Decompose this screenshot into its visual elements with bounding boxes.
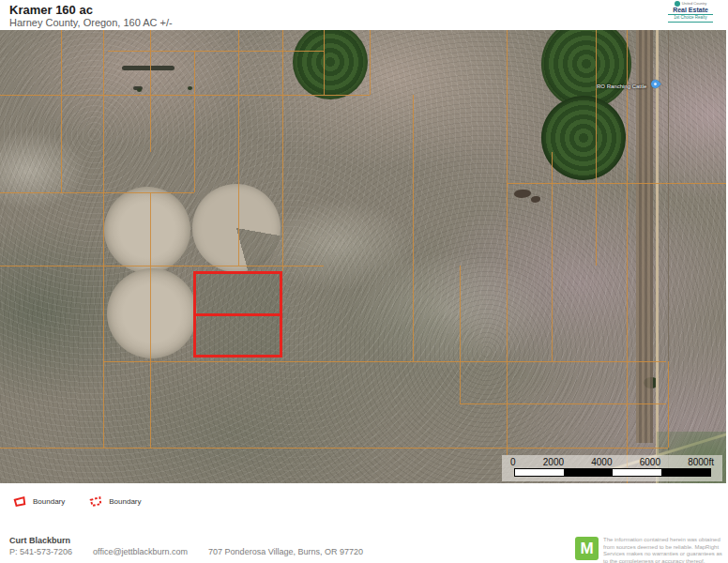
pivot-circle-tan-2 bbox=[107, 268, 197, 358]
brokerage-logo: United Country Real Estate 1st Choice Re… bbox=[668, 1, 713, 23]
agent-name: Curt Blackburn bbox=[9, 536, 70, 545]
footer: Curt Blackburn P: 541-573-7206 office@je… bbox=[0, 531, 728, 563]
parcel-line bbox=[61, 30, 62, 192]
parcel-line bbox=[150, 30, 151, 152]
pivot-circle-tan-1 bbox=[104, 187, 190, 273]
page-subtitle: Harney County, Oregon, 160 AC +/- bbox=[9, 17, 173, 28]
brand-line1: United Country bbox=[682, 2, 707, 6]
scale-bar: 0 2000 4000 6000 8000ft bbox=[502, 455, 722, 481]
parcel-line bbox=[103, 30, 104, 448]
parcel-line bbox=[238, 30, 239, 266]
lava-ridge bbox=[122, 66, 174, 70]
scale-tick-4000: 4000 bbox=[591, 457, 612, 467]
parcel-line bbox=[668, 361, 669, 448]
pivot-circle-partial bbox=[192, 184, 281, 272]
ranch-map-label: RO Ranching Cattle bbox=[597, 84, 646, 89]
parcel-line bbox=[460, 266, 461, 403]
mapright-logo: M bbox=[575, 537, 599, 560]
parcel-line bbox=[194, 51, 195, 192]
parcel-line bbox=[596, 30, 597, 266]
property-boundary-south bbox=[193, 313, 282, 358]
parcel-line bbox=[507, 30, 508, 455]
scale-tick-0: 0 bbox=[510, 457, 516, 467]
parcel-line bbox=[108, 51, 324, 52]
legend-item-boundary-dashed: Boundary bbox=[89, 495, 141, 508]
scale-tick-6000: 6000 bbox=[640, 457, 660, 467]
legend-item-boundary-solid: Boundary bbox=[13, 495, 65, 508]
parcel-line bbox=[507, 183, 726, 184]
header: Kramer 160 ac Harney County, Oregon, 160… bbox=[0, 0, 728, 30]
agent-address: 707 Ponderosa Village, Burns, OR 97720 bbox=[208, 547, 363, 556]
parcel-line bbox=[0, 192, 194, 193]
brand-line2: Real Estate bbox=[668, 7, 713, 15]
parcel-line bbox=[150, 192, 151, 448]
property-map-flyer: Kramer 160 ac Harney County, Oregon, 160… bbox=[0, 0, 728, 563]
property-boundary-north bbox=[193, 271, 282, 316]
boundary-solid-icon bbox=[13, 495, 26, 508]
legend: Boundary Boundary bbox=[13, 495, 166, 508]
road-vertical bbox=[656, 30, 659, 483]
terrain-texture bbox=[0, 30, 726, 483]
parcel-line bbox=[627, 30, 628, 483]
agent-phone: P: 541-573-7206 bbox=[9, 547, 72, 556]
scale-tick-2000: 2000 bbox=[543, 457, 564, 467]
scale-tick-8000ft: 8000ft bbox=[688, 457, 714, 467]
parcel-line bbox=[282, 30, 283, 271]
parcel-line bbox=[324, 30, 325, 95]
parcel-line bbox=[103, 361, 666, 362]
parcel-line bbox=[413, 95, 414, 361]
page-title: Kramer 160 ac bbox=[9, 3, 93, 17]
mapright-attribution: M The information contained herein was o… bbox=[575, 537, 727, 563]
legend-label: Boundary bbox=[33, 497, 65, 506]
contact-row: P: 541-573-7206 office@jettblackburn.com… bbox=[9, 547, 384, 556]
parcel-line bbox=[0, 266, 324, 266]
parcel-line bbox=[0, 95, 370, 96]
farm-strip bbox=[636, 30, 653, 443]
parcel-line bbox=[370, 30, 371, 95]
agent-email: office@jettblackburn.com bbox=[93, 547, 188, 556]
parcel-line bbox=[460, 403, 666, 404]
crop-circle-right-2 bbox=[541, 96, 626, 180]
parcel-line bbox=[0, 448, 668, 449]
boundary-dashed-icon bbox=[89, 495, 102, 508]
brand-line3: 1st Choice Realty bbox=[668, 15, 713, 23]
attribution-text: The information contained herein was obt… bbox=[603, 537, 727, 563]
scale-bar-segments bbox=[514, 468, 711, 477]
satellite-map: RO Ranching Cattle 0 2000 4000 6000 8000… bbox=[0, 30, 726, 483]
legend-label: Boundary bbox=[109, 497, 141, 506]
